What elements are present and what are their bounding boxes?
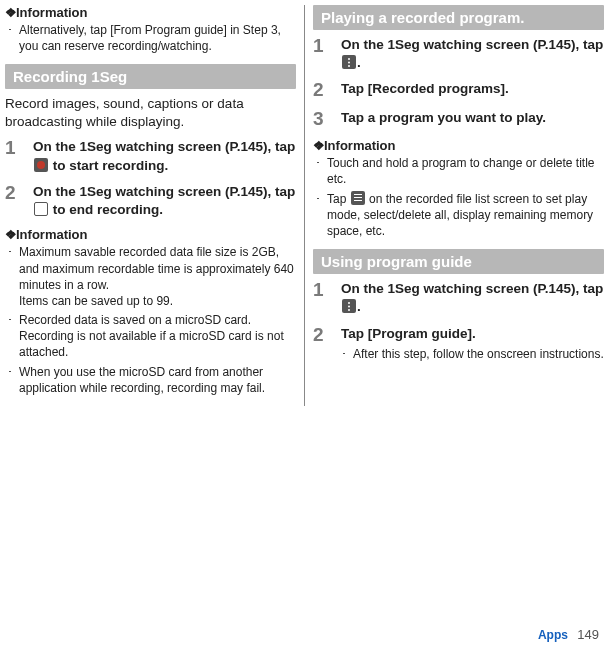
step: 1 On the 1Seg watching screen (P.145), t…: [5, 138, 296, 174]
step-body: Tap a program you want to play.: [341, 109, 604, 130]
step-body: On the 1Seg watching screen (P.145), tap…: [341, 280, 604, 316]
bullet-icon: ･: [7, 244, 13, 309]
step: 3 Tap a program you want to play.: [313, 109, 604, 130]
record-icon: [34, 158, 48, 172]
list-item: ･ Tap on the recorded file list screen t…: [313, 191, 604, 240]
info-list: ･ Touch and hold a program to change or …: [313, 155, 604, 239]
bullet-icon: ･: [315, 191, 321, 240]
info-heading: ❖Information: [313, 138, 604, 153]
stop-icon: [34, 202, 48, 216]
info-heading: ❖Information: [5, 5, 296, 20]
step-number: 3: [313, 109, 331, 130]
bullet-icon: ･: [7, 22, 13, 54]
step-number: 2: [5, 183, 23, 219]
step-body: Tap [Program guide]. ･ After this step, …: [341, 325, 604, 362]
step: 1 On the 1Seg watching screen (P.145), t…: [313, 36, 604, 72]
list-item: ･ Alternatively, tap [From Program guide…: [5, 22, 296, 54]
footer-section-label: Apps: [538, 628, 568, 642]
step-body: On the 1Seg watching screen (P.145), tap…: [33, 183, 296, 219]
section-heading-playing: Playing a recorded program.: [313, 5, 604, 30]
more-icon: [342, 299, 356, 313]
step-body: Tap [Recorded programs].: [341, 80, 604, 101]
step: 2 Tap [Recorded programs].: [313, 80, 604, 101]
bullet-icon: ･: [7, 364, 13, 396]
section-intro: Record images, sound, captions or data b…: [5, 95, 296, 130]
step-sub: ･ After this step, follow the onscreen i…: [341, 346, 604, 362]
list-item: ･ When you use the microSD card from ano…: [5, 364, 296, 396]
bullet-icon: ･: [341, 346, 347, 362]
section-heading-guide: Using program guide: [313, 249, 604, 274]
list-item: ･ Touch and hold a program to change or …: [313, 155, 604, 187]
info-heading: ❖Information: [5, 227, 296, 242]
list-item: ･ Recorded data is saved on a microSD ca…: [5, 312, 296, 361]
list-menu-icon: [351, 191, 365, 205]
step-body: On the 1Seg watching screen (P.145), tap…: [33, 138, 296, 174]
step: 2 On the 1Seg watching screen (P.145), t…: [5, 183, 296, 219]
more-icon: [342, 55, 356, 69]
step-number: 1: [313, 36, 331, 72]
info-list: ･ Maximum savable recorded data file siz…: [5, 244, 296, 396]
step-body: On the 1Seg watching screen (P.145), tap…: [341, 36, 604, 72]
step-number: 1: [313, 280, 331, 316]
section-heading-recording: Recording 1Seg: [5, 64, 296, 89]
bullet-icon: ･: [315, 155, 321, 187]
step-number: 2: [313, 325, 331, 362]
step-number: 2: [313, 80, 331, 101]
column-divider: [304, 5, 305, 406]
page-footer: Apps 149: [538, 627, 599, 642]
step: 1 On the 1Seg watching screen (P.145), t…: [313, 280, 604, 316]
step-number: 1: [5, 138, 23, 174]
info-list: ･ Alternatively, tap [From Program guide…: [5, 22, 296, 54]
bullet-icon: ･: [7, 312, 13, 361]
page-number: 149: [577, 627, 599, 642]
step: 2 Tap [Program guide]. ･ After this step…: [313, 325, 604, 362]
list-item: ･ Maximum savable recorded data file siz…: [5, 244, 296, 309]
